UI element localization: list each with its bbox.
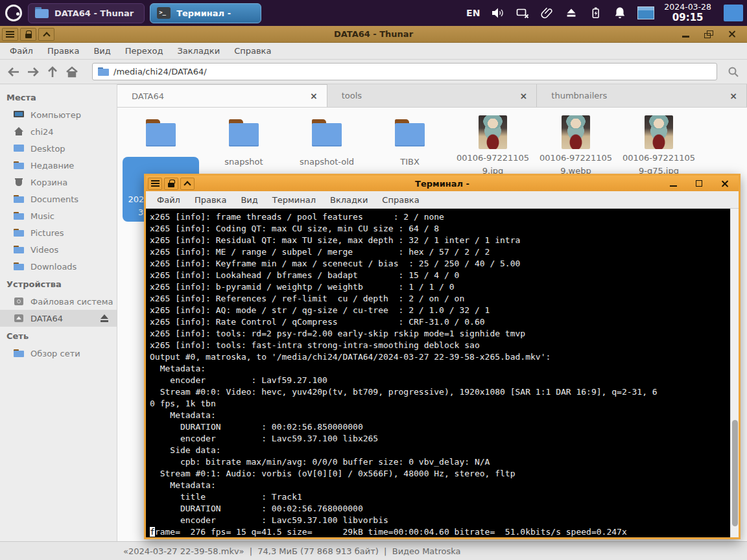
- menu-item[interactable]: Терминал: [265, 195, 323, 205]
- sidebar-item[interactable]: Desktop: [0, 140, 117, 157]
- maximize-button[interactable]: [691, 177, 707, 190]
- battery-icon[interactable]: [588, 5, 602, 21]
- terminal-titlebar: Терминал -: [146, 176, 739, 191]
- menu-item[interactable]: Вид: [233, 195, 265, 205]
- time-label: 09:15: [664, 12, 711, 23]
- image-thumbnail: [562, 115, 590, 149]
- attachment-icon[interactable]: [540, 5, 554, 21]
- menu-item[interactable]: Вид: [86, 46, 117, 56]
- drive-removable-icon: [13, 313, 25, 323]
- keyboard-layout-indicator[interactable]: EN: [466, 8, 480, 18]
- terminal-task-icon: [157, 7, 171, 19]
- sidebar-item[interactable]: Pictures: [0, 224, 117, 241]
- sidebar-item[interactable]: DATA64: [0, 310, 117, 327]
- top-panel: DATA64 - Thunar Терминал - EN 2024-03-28…: [0, 0, 747, 26]
- clock[interactable]: 2024-03-28 09:15: [664, 3, 711, 23]
- folder-downloads-icon: [13, 261, 25, 272]
- sidebar: Места Компьютер chi24: [0, 84, 117, 541]
- scrollbar-thumb[interactable]: [732, 420, 738, 526]
- menu-item[interactable]: Файл: [150, 195, 187, 205]
- terminal-line: DURATION : 00:02:56.850000000: [150, 421, 728, 433]
- window-title: Терминал -: [146, 179, 739, 189]
- back-button[interactable]: [5, 64, 22, 80]
- tab[interactable]: thumbnailers ×: [537, 84, 747, 107]
- sidebar-item[interactable]: Недавние: [0, 157, 117, 174]
- home-button[interactable]: [64, 64, 80, 80]
- sidebar-item[interactable]: chi24: [0, 123, 117, 140]
- terminal-screen[interactable]: x265 [info]: frame threads / pool featur…: [146, 209, 739, 537]
- sidebar-item-label: Обзор сети: [30, 349, 80, 358]
- menu-item[interactable]: Вкладки: [323, 195, 375, 205]
- window-menu-button[interactable]: [2, 28, 18, 41]
- file-item[interactable]: 00106-972211059.webp: [538, 113, 614, 178]
- file-name: snapshot: [224, 156, 263, 169]
- terminal-menubar: ФайлПравкаВидТерминалВкладкиСправка: [146, 191, 739, 209]
- folder-music-icon: [13, 211, 25, 221]
- eject-icon[interactable]: [564, 6, 578, 20]
- menu-item[interactable]: Справка: [227, 46, 278, 56]
- sidebar-item[interactable]: Файловая система: [0, 293, 117, 310]
- thunar-menubar: ФайлПравкаВидПереходЗакладкиСправка: [0, 43, 747, 60]
- sidebar-item[interactable]: Videos: [0, 241, 117, 258]
- file-item[interactable]: 00106-972211059.jpg: [455, 113, 531, 178]
- menu-item[interactable]: Файл: [3, 46, 40, 56]
- tab-label: tools: [342, 91, 519, 100]
- sidebar-item[interactable]: Documents: [0, 191, 117, 207]
- sidebar-item[interactable]: Компьютер: [0, 106, 117, 123]
- roll-up-button[interactable]: [180, 178, 195, 190]
- terminal-line: 0 fps, 1k tbn: [150, 398, 728, 410]
- search-button[interactable]: [725, 64, 742, 80]
- path-bar[interactable]: /media/chi24/DATA64/: [92, 63, 717, 80]
- tab-close-icon[interactable]: ×: [728, 91, 739, 101]
- file-item[interactable]: snapshot: [206, 113, 282, 169]
- file-item[interactable]: 00106-972211059-q75.jpg: [621, 113, 697, 178]
- folder-videos-icon: [13, 244, 25, 255]
- forward-button[interactable]: [25, 64, 42, 80]
- minimize-button[interactable]: [677, 28, 694, 41]
- file-item[interactable]: snapshot-old: [289, 113, 365, 169]
- close-button[interactable]: [717, 177, 733, 190]
- file-item[interactable]: TIBX: [372, 113, 448, 169]
- roll-up-button[interactable]: [38, 28, 54, 41]
- applications-menu-icon[interactable]: [5, 5, 22, 21]
- menu-item[interactable]: Закладки: [170, 46, 227, 56]
- menu-item[interactable]: Правка: [187, 195, 233, 205]
- sidebar-item[interactable]: Корзина: [0, 174, 117, 191]
- folder-recent-icon: [13, 160, 25, 170]
- menu-item[interactable]: Справка: [375, 195, 426, 205]
- lock-button[interactable]: [20, 28, 36, 41]
- taskbar-button[interactable]: DATA64 - Thunar: [28, 3, 145, 23]
- network-offline-icon[interactable]: [515, 5, 530, 21]
- chevron-up-icon: [43, 32, 50, 39]
- minimize-button[interactable]: [665, 177, 682, 190]
- tab[interactable]: tools ×: [327, 84, 538, 107]
- eject-icon[interactable]: [100, 314, 109, 322]
- terminal-scrollbar[interactable]: [730, 209, 739, 537]
- show-desktop-button[interactable]: [724, 5, 743, 21]
- terminal-status-line: frame= 276 fps= 15 q=41.5 size= 29kB tim…: [150, 526, 728, 537]
- menu-item[interactable]: Переход: [118, 46, 171, 56]
- lock-button[interactable]: [164, 178, 178, 190]
- sidebar-item[interactable]: Downloads: [0, 258, 117, 275]
- terminal-line: x265 [info]: AQ: mode / str / qg-size / …: [150, 305, 728, 316]
- sidebar-item[interactable]: Music: [0, 207, 117, 224]
- taskbar-button[interactable]: Терминал -: [150, 3, 261, 23]
- sidebar-item-label: Корзина: [30, 178, 67, 187]
- close-button[interactable]: [724, 28, 741, 41]
- sidebar-item[interactable]: Обзор сети: [0, 345, 117, 362]
- window-list-icon[interactable]: [637, 6, 654, 19]
- sidebar-item-label: Файловая система: [30, 297, 113, 307]
- up-button[interactable]: [44, 64, 61, 80]
- window-menu-button[interactable]: [148, 178, 162, 190]
- terminal-window: Терминал - ФайлПравкаВидТерминалВкладкиС…: [144, 174, 741, 539]
- volume-icon[interactable]: [490, 5, 505, 21]
- tab-label: thumbnailers: [551, 91, 728, 100]
- tab-close-icon[interactable]: ×: [519, 91, 529, 101]
- tab[interactable]: DATA64 ×: [117, 84, 327, 107]
- terminal-line: Stream #0:1: Audio: vorbis (oV[0][0] / 0…: [150, 468, 728, 480]
- tab-close-icon[interactable]: ×: [309, 91, 319, 101]
- maximize-button[interactable]: [700, 28, 717, 41]
- window-title: DATA64 - Thunar: [0, 29, 747, 39]
- menu-item[interactable]: Правка: [40, 46, 86, 56]
- notifications-icon[interactable]: [612, 5, 628, 21]
